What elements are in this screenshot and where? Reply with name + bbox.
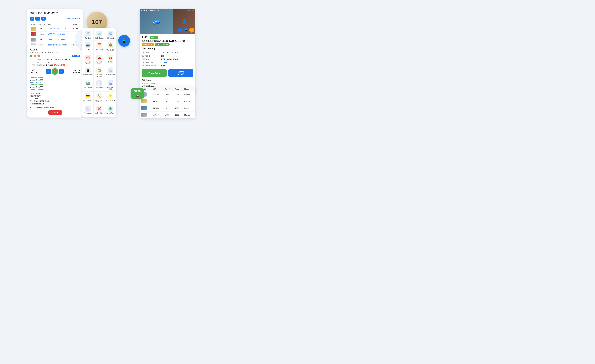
vehicle-detail-header: A-082 2018 PORSCHE 911 CARRERA	[30, 48, 80, 53]
eng-row: Eng: 6-CYLINDER GAS	[30, 100, 80, 102]
menu-item-icon: 📷	[85, 42, 91, 48]
title-absent-badge: TITLE ABSENT	[155, 43, 170, 46]
audio-btn[interactable]: 🔊	[189, 27, 194, 33]
car-thumbnail	[31, 27, 36, 31]
vsn-cell: 557587	[151, 98, 163, 105]
menu-item[interactable]: ❌ My No-Sales	[94, 104, 105, 115]
bid-history-item: In-App: $ 68,700	[30, 82, 80, 83]
menu-item[interactable]: 🏠 My Inventory	[82, 104, 94, 115]
drive-row: Drive: RWD	[30, 97, 80, 100]
menu-item[interactable]: 2️⃣ 2nd Chance	[82, 79, 94, 91]
status-dot-orange	[34, 55, 36, 57]
proxy-row: SETPROXY « 📍 » BID UP$ 69,100	[30, 68, 80, 75]
vehicle-detail-panel: A-082 2018 PORSCHE 911 CARRERA VIR 4.6 B…	[27, 46, 83, 117]
menu-item-icon: 📄	[96, 80, 102, 86]
table-row[interactable]: 557559 1003 2009 Mercur	[140, 112, 195, 118]
menu-item[interactable]: 📄 Title Status	[94, 79, 105, 91]
year-cell: 2009	[174, 112, 183, 118]
menu-item[interactable]: ✅ My Sold Vehicles	[94, 66, 105, 79]
set-proxy-label: SETPROXY	[30, 69, 37, 74]
vin-link[interactable]: JH4DA9440NS003801	[48, 28, 66, 30]
year-cell: 2006	[174, 91, 183, 98]
menu-item-icon: 🏷️	[107, 68, 113, 73]
col-run: Run #	[38, 23, 47, 26]
vehicle-id: A-082	[30, 48, 80, 51]
menu-item-label: 2nd Chance	[84, 87, 92, 88]
bid-history-item: Online: $ 68,400	[30, 89, 80, 90]
show-filters-button[interactable]: Show Filters ▼	[65, 17, 80, 20]
status-info-row: STATUS: BIDDING IN PROGR...	[142, 58, 193, 61]
menu-item[interactable]: 📡 Simulcast	[105, 29, 116, 40]
menu-item[interactable]: 📷 Scan	[82, 41, 94, 53]
menu-item[interactable]: 🏷️ Market Place	[105, 66, 116, 79]
menu-item[interactable]: 💵 If-Sale	[105, 53, 116, 66]
table-row[interactable]: 1002 JH4DA9440NS003801 62065	[30, 26, 80, 32]
vsn-value: 62065	[72, 26, 80, 32]
table-row[interactable]: 557588 1023 2006 Nissan	[140, 91, 195, 98]
vehicle-image: 🚙	[140, 9, 173, 34]
menu-item-label: Scan	[86, 48, 90, 50]
refresh-button[interactable]: ↻	[30, 17, 34, 21]
bid-history-item: Online: $2,200	[142, 85, 193, 87]
live-content: A-001 VIR 4.6 2012 JEEP WRANGLER 4WD 2DR…	[140, 34, 195, 93]
table-row[interactable]: 557586 1021 2000 Honda	[140, 105, 195, 112]
table-row[interactable]: 557587 1022 2004 Cevrole	[140, 98, 195, 105]
menu-item-icon: ❌	[96, 106, 102, 112]
chevron-icon: ▾	[177, 52, 178, 54]
menu-item-icon: ⭐	[107, 93, 113, 99]
vin-link[interactable]: JH4KA7580RC013810	[48, 39, 66, 41]
bidder-dropdown[interactable]: ABC AUTO SALES ▾	[161, 51, 178, 54]
run-cell: 1023	[163, 91, 174, 98]
menu-item[interactable]: 🚫 Event No-Sales	[82, 53, 94, 66]
bid-up-button[interactable]: Bid Up$2,600	[168, 69, 193, 77]
close-button[interactable]: Close	[48, 110, 62, 115]
menu-item[interactable]: 🚗 Post-Sale Result	[94, 53, 105, 66]
status-dot-green	[30, 55, 32, 57]
menu-item-icon: 📅	[96, 42, 102, 48]
run-cell: 1003	[163, 112, 174, 118]
vehicle-name: 2018 PORSCHE 911 CARRERA	[30, 51, 80, 53]
menu-item[interactable]: 🪪 Bidder Badge	[94, 29, 105, 40]
in-app-bidder-btn[interactable]: 📱	[118, 35, 130, 47]
menu-item-icon: 📦	[107, 42, 113, 48]
bid-history-item: Online: $ 68,600	[30, 84, 80, 86]
video-timestamp: 01-27-2020 Mon 11:43:11	[141, 10, 160, 11]
menu-item-label: Purchased Vehicles	[106, 87, 115, 90]
menu-item-icon: 💵	[107, 55, 113, 61]
proxy-center-btn[interactable]: 📍	[52, 68, 58, 75]
vehicle-thumbnail	[141, 113, 147, 117]
menu-item[interactable]: 📋 Run List	[82, 29, 94, 40]
menu-item[interactable]: 🏪 Market Rep...	[105, 104, 116, 115]
arrow-right-btn[interactable]: »	[59, 69, 64, 74]
count-button[interactable]: 10	[35, 17, 40, 21]
menu-row: 🏠 My Inventory ❌ My No-Sales 🏪 Market Re…	[82, 104, 116, 115]
menu-item[interactable]: 📅 Sale Event	[94, 41, 105, 53]
table-row[interactable]: 1003 JH4KA7580RC013810	[30, 37, 80, 42]
bt-col-year: Year	[174, 87, 183, 91]
arrow-left-btn[interactable]: «	[46, 69, 51, 74]
menu-item[interactable]: 💳 My Payments	[82, 92, 94, 104]
proxy-bid-button[interactable]: Proxy Bid ▾	[142, 69, 167, 77]
menu-item-icon: 2️⃣	[85, 80, 91, 86]
table-row[interactable]: 1002x WBANV93589C133312	[30, 32, 80, 37]
vin-link[interactable]: WBANV93589C133312	[48, 33, 67, 35]
menu-item[interactable]: 🔧 Sales Profit and Loss	[94, 92, 105, 104]
announcements: Announcements: Miles Exempt	[30, 106, 80, 108]
menu-row: 2️⃣ 2nd Chance 📄 Title Status 🚙 Purchase…	[82, 79, 116, 92]
current-bid-row: CURRENT BID: $ 69,000 AUCTION B...	[30, 64, 80, 66]
menu-item-icon: ✅	[96, 68, 102, 73]
menu-item-label: Sale Event	[96, 48, 103, 50]
menu-item-icon: 🪪	[96, 31, 102, 37]
camera-btn[interactable]: 📷	[183, 27, 188, 33]
menu-item[interactable]: 📦 My Pre-Sale Inventory	[105, 41, 116, 53]
menu-item-label: My Inventory	[84, 112, 92, 114]
col-vin: VIN	[47, 23, 72, 26]
chevron-down-icon: ▼	[78, 17, 80, 20]
vsn-cell: 557586	[151, 105, 163, 112]
list-button[interactable]: ☰	[41, 17, 46, 21]
menu-item[interactable]: ⭐ My Favorites	[105, 92, 116, 104]
menu-item[interactable]: 🚙 Purchased Vehicles	[105, 79, 116, 91]
menu-item[interactable]: 📱 In-App Bidder	[82, 66, 94, 79]
action-buttons: Proxy Bid ▾ Bid Up$2,600	[142, 69, 193, 77]
participants-btn[interactable]: 👥	[177, 27, 183, 33]
